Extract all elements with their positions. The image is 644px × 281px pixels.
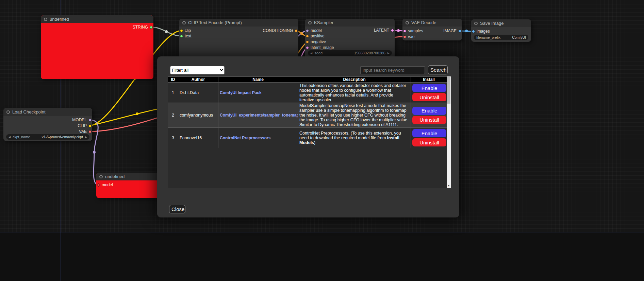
input-port-vae[interactable]: vae	[403, 34, 414, 39]
seed-widget[interactable]: ◀ seed 156680208700286 ▶	[308, 50, 392, 56]
search-input[interactable]	[360, 66, 425, 74]
port-label: positive	[311, 34, 325, 38]
collapse-dot-icon[interactable]	[44, 18, 47, 21]
filter-select[interactable]: Filter: all	[170, 66, 225, 74]
input-port-model[interactable]: model	[306, 28, 322, 33]
cell-author: Dr.Lt.Data	[178, 83, 218, 103]
search-button[interactable]: Search	[428, 65, 448, 74]
node-vae-decode[interactable]: VAE Decode samples vae IMAGE	[402, 19, 462, 40]
port-dot[interactable]	[180, 29, 183, 32]
output-port-vae[interactable]: VAE	[79, 129, 92, 134]
output-port-clip[interactable]: CLIP	[78, 123, 92, 128]
comfyui-canvas[interactable]: undefined STRING CLIP Text Encode (Promp…	[0, 0, 644, 281]
node-undefined-top[interactable]: undefined STRING	[41, 15, 153, 79]
node-title-bar[interactable]: CLIP Text Encode (Prompt)	[179, 19, 298, 27]
output-port-model[interactable]: MODEL	[72, 118, 92, 122]
node-title-bar[interactable]: Save Image	[471, 19, 531, 27]
scrollbar-thumb[interactable]	[447, 77, 450, 104]
collapse-dot-icon[interactable]	[474, 22, 478, 25]
filename-prefix-widget[interactable]: filename_prefix ComfyUI	[474, 35, 528, 40]
port-dot[interactable]	[180, 35, 183, 38]
input-port-model[interactable]: model	[97, 182, 113, 187]
extension-link[interactable]: ControlNet Preprocessors	[220, 136, 270, 140]
enable-button[interactable]: Enable	[412, 84, 446, 92]
node-title-bar[interactable]: undefined	[96, 173, 164, 180]
port-label: model	[311, 28, 322, 33]
node-title: Load Checkpoint	[12, 109, 46, 115]
node-load-checkpoint[interactable]: Load Checkpoint MODEL CLIP VAE ◀ ckpt_na…	[3, 108, 92, 141]
port-dot[interactable]	[403, 30, 406, 33]
node-title-bar[interactable]: Load Checkpoint	[3, 108, 92, 116]
cell-id: 1	[168, 83, 178, 103]
port-dot[interactable]	[88, 124, 92, 127]
output-port-latent[interactable]: LATENT	[374, 28, 394, 33]
ckpt-name-widget[interactable]: ◀ ckpt_name v1-5-pruned-emaonly.ckpt ▶	[6, 134, 89, 140]
header-id: ID	[168, 77, 178, 83]
link-midpoint-dot	[465, 30, 468, 32]
input-port-latent-image[interactable]: latent_image	[306, 45, 334, 50]
input-port-positive[interactable]: positive	[306, 34, 325, 38]
port-label: VAE	[79, 129, 87, 134]
increase-arrow-icon[interactable]: ▶	[85, 136, 87, 139]
enable-button[interactable]: Enable	[412, 129, 446, 137]
cell-author: Fannovel16	[178, 128, 218, 148]
port-label: MODEL	[72, 118, 87, 122]
port-dot[interactable]	[150, 26, 153, 29]
scrollbar[interactable]: ▼	[447, 76, 451, 188]
widget-value: ComfyUI	[512, 35, 526, 39]
input-port-samples[interactable]: samples	[403, 29, 423, 33]
port-dot[interactable]	[306, 35, 309, 38]
header-description: Description	[298, 77, 411, 83]
close-button[interactable]: Close	[169, 205, 185, 213]
input-port-images[interactable]: images	[472, 29, 490, 34]
port-dot[interactable]	[472, 30, 475, 33]
port-dot[interactable]	[391, 29, 394, 32]
link-midpoint-dot	[93, 151, 96, 154]
node-title-bar[interactable]: KSampler	[305, 19, 395, 27]
collapse-dot-icon[interactable]	[406, 21, 409, 24]
extension-link[interactable]: ComfyUI_experiments/sampler_tonemap	[220, 113, 298, 118]
uninstall-button[interactable]: Uninstall	[412, 93, 446, 101]
node-undefined-bottom[interactable]: undefined model	[96, 173, 164, 198]
port-dot[interactable]	[97, 183, 100, 187]
output-port-string[interactable]: STRING	[133, 25, 153, 30]
port-dot[interactable]	[88, 130, 92, 133]
node-title-bar[interactable]: VAE Decode	[402, 19, 462, 27]
collapse-dot-icon[interactable]	[99, 175, 103, 178]
port-label: model	[102, 182, 113, 187]
collapse-dot-icon[interactable]	[308, 21, 312, 24]
input-port-text[interactable]: text	[180, 34, 191, 38]
port-dot[interactable]	[403, 35, 406, 38]
node-title: undefined	[50, 17, 69, 22]
input-port-negative[interactable]: negative	[306, 39, 326, 44]
port-dot[interactable]	[306, 46, 309, 49]
collapse-dot-icon[interactable]	[6, 110, 10, 114]
collapse-dot-icon[interactable]	[182, 21, 186, 24]
custom-nodes-manager-dialog: Filter: all Search ID Author Name Descri…	[157, 56, 459, 217]
decrease-arrow-icon[interactable]: ◀	[310, 52, 312, 55]
input-port-clip[interactable]: clip	[180, 28, 191, 33]
port-dot[interactable]	[306, 29, 309, 32]
decrease-arrow-icon[interactable]: ◀	[9, 136, 11, 139]
port-dot[interactable]	[458, 30, 461, 33]
extension-table-container: ID Author Name Description Install 1 Dr.…	[168, 76, 451, 188]
node-title: CLIP Text Encode (Prompt)	[188, 20, 242, 25]
port-dot[interactable]	[295, 29, 298, 32]
port-label: clip	[185, 28, 191, 33]
node-title-bar[interactable]: undefined	[41, 15, 153, 23]
port-dot[interactable]	[306, 40, 309, 43]
increase-arrow-icon[interactable]: ▶	[387, 52, 390, 55]
enable-button[interactable]: Enable	[412, 107, 446, 115]
extension-link[interactable]: ComfyUI Impact Pack	[220, 90, 262, 95]
uninstall-button[interactable]: Uninstall	[412, 116, 446, 124]
cell-install: Enable Uninstall	[411, 128, 447, 148]
port-label: CONDITIONING	[263, 28, 293, 33]
output-port-conditioning[interactable]: CONDITIONING	[263, 28, 298, 33]
scroll-down-arrow-icon[interactable]: ▼	[447, 183, 451, 188]
uninstall-button[interactable]: Uninstall	[412, 138, 446, 146]
node-title: Save Image	[480, 21, 503, 26]
table-row: 3 Fannovel16 ControlNet Preprocessors Co…	[168, 128, 447, 148]
output-port-image[interactable]: IMAGE	[443, 29, 461, 33]
port-dot[interactable]	[88, 119, 92, 122]
node-save-image[interactable]: Save Image images filename_prefix ComfyU…	[471, 19, 531, 42]
